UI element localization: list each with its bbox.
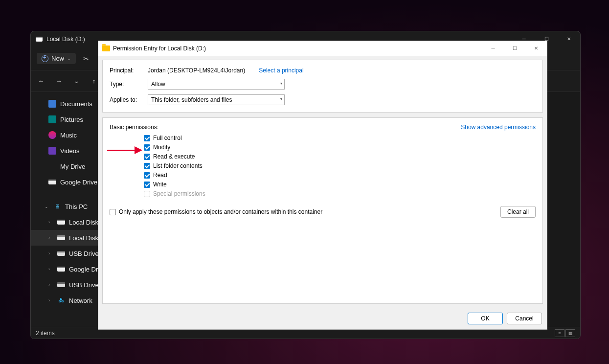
applies-label: Applies to: — [110, 96, 141, 103]
item-label: Documents — [60, 100, 92, 108]
principal-value: Jordan (DESKTOP-LM924L4\Jordan) — [148, 67, 245, 74]
type-combo[interactable]: Allow ▾ — [148, 79, 285, 90]
item-label: Pictures — [60, 116, 83, 123]
item-icon — [48, 131, 56, 139]
chevron-down-icon: ▾ — [280, 97, 282, 101]
dialog-footer: OK Cancel — [98, 308, 547, 329]
permission-checkbox[interactable] — [144, 163, 150, 169]
type-label: Type: — [110, 81, 141, 88]
dialog-window-controls: ─ ☐ ✕ — [482, 41, 547, 55]
plus-icon — [42, 55, 48, 62]
permission-label: Modify — [153, 144, 170, 151]
header-panel: Principal: Jordan (DESKTOP-LM924L4\Jorda… — [102, 60, 543, 113]
only-apply-label: Only apply these permissions to objects … — [119, 208, 322, 215]
permission-checkbox[interactable] — [144, 154, 150, 160]
pc-icon: 🖥 — [53, 203, 61, 210]
chevron-right-icon: › — [48, 251, 53, 256]
new-label: New — [51, 55, 64, 62]
permission-item[interactable]: Read & execute — [144, 153, 536, 160]
permission-label: Full control — [153, 135, 182, 141]
applies-combo[interactable]: This folder, subfolders and files ▾ — [148, 94, 285, 105]
basic-permissions-label: Basic permissions: — [110, 124, 158, 131]
permissions-panel: Basic permissions: Show advanced permiss… — [102, 117, 543, 304]
item-label: Music — [60, 132, 77, 139]
applies-value: This folder, subfolders and files — [151, 96, 232, 103]
dialog-minimize-button[interactable]: ─ — [482, 41, 504, 55]
permission-item[interactable]: Write — [144, 181, 536, 188]
dialog-title: Permission Entry for Local Disk (D:) — [113, 45, 206, 52]
chevron-right-icon: › — [48, 220, 53, 225]
view-grid-button[interactable]: ▦ — [565, 329, 575, 337]
dialog-titlebar[interactable]: Permission Entry for Local Disk (D:) ─ ☐… — [98, 41, 547, 56]
chevron-down-icon: ▾ — [280, 81, 282, 86]
permission-checkbox[interactable] — [144, 182, 150, 188]
drive-icon — [36, 37, 43, 42]
permission-item[interactable]: Read — [144, 172, 536, 179]
permission-list: Full controlModifyRead & executeList fol… — [144, 135, 536, 197]
permission-label: Special permissions — [153, 190, 205, 197]
close-button[interactable]: ✕ — [558, 31, 580, 46]
item-label: My Drive — [60, 163, 85, 170]
item-icon — [48, 147, 56, 155]
thispc-label: This PC — [65, 203, 88, 210]
chevron-right-icon: › — [48, 267, 53, 272]
network-label: Network — [69, 297, 92, 304]
permission-label: List folder contents — [153, 162, 203, 169]
item-label: Google Drive — [60, 179, 97, 186]
drive-icon — [57, 251, 65, 256]
dialog-close-button[interactable]: ✕ — [525, 41, 547, 55]
permission-item[interactable]: List folder contents — [144, 162, 536, 169]
type-value: Allow — [151, 81, 165, 88]
permission-item: Special permissions — [144, 190, 536, 197]
dialog-body: Principal: Jordan (DESKTOP-LM924L4\Jorda… — [98, 56, 547, 308]
back-button[interactable]: ← — [36, 76, 46, 87]
select-principal-link[interactable]: Select a principal — [259, 67, 303, 74]
item-icon — [48, 180, 56, 184]
ok-button[interactable]: OK — [468, 313, 503, 324]
status-text: 2 items — [36, 330, 55, 337]
folder-icon — [102, 46, 110, 51]
item-icon — [48, 115, 56, 123]
new-button[interactable]: New ⌄ — [37, 53, 76, 64]
permission-label: Read — [153, 172, 167, 179]
recent-button[interactable]: ⌄ — [71, 76, 82, 87]
advanced-permissions-link[interactable]: Show advanced permissions — [461, 124, 536, 131]
chevron-right-icon: › — [48, 298, 53, 303]
principal-label: Principal: — [110, 67, 141, 74]
network-icon: 🖧 — [57, 296, 65, 304]
drive-icon — [57, 235, 65, 240]
clear-all-button[interactable]: Clear all — [500, 206, 536, 218]
chevron-down-icon: ⌄ — [45, 204, 49, 209]
item-icon — [48, 100, 56, 108]
permission-label: Read & execute — [153, 153, 195, 160]
view-list-button[interactable]: ≡ — [555, 329, 564, 337]
permission-dialog: Permission Entry for Local Disk (D:) ─ ☐… — [98, 41, 547, 330]
chevron-right-icon: › — [48, 235, 53, 240]
only-apply-checkbox[interactable] — [110, 209, 116, 215]
permission-item[interactable]: Modify — [144, 144, 536, 151]
only-apply-row[interactable]: Only apply these permissions to objects … — [110, 208, 322, 215]
chevron-down-icon: ⌄ — [67, 56, 71, 61]
forward-button[interactable]: → — [53, 76, 64, 87]
permission-checkbox[interactable] — [144, 172, 150, 179]
permission-item[interactable]: Full control — [144, 135, 536, 141]
cut-button[interactable]: ✂ — [81, 53, 91, 64]
cancel-button[interactable]: Cancel — [507, 313, 542, 324]
drive-icon — [57, 267, 65, 272]
permission-checkbox[interactable] — [144, 144, 150, 151]
drive-icon — [57, 282, 65, 287]
explorer-title: Local Disk (D:) — [46, 36, 85, 43]
drive-icon — [57, 220, 65, 225]
permission-checkbox — [144, 191, 150, 197]
item-icon — [48, 162, 56, 170]
item-label: Videos — [60, 147, 80, 155]
permission-label: Write — [153, 181, 167, 188]
chevron-right-icon: › — [48, 282, 53, 287]
permission-checkbox[interactable] — [144, 135, 150, 141]
dialog-maximize-button[interactable]: ☐ — [504, 41, 525, 55]
